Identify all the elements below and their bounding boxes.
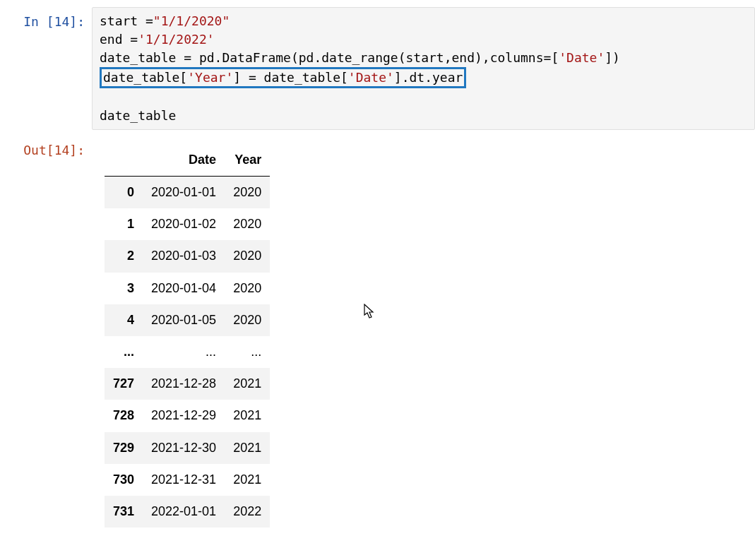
- table-row: 42020-01-052020: [105, 304, 270, 336]
- table-row: 7312022-01-012022: [105, 496, 270, 528]
- table-row: 7292021-12-302021: [105, 432, 270, 464]
- output-prompt: Out[14]:: [0, 136, 92, 159]
- output-cell: Out[14]: Date Year 02020-01-012020 12020…: [0, 136, 755, 528]
- table-row: 7302021-12-312021: [105, 464, 270, 496]
- highlighted-code-line: date_table['Year'] = date_table['Date'].…: [100, 67, 466, 88]
- input-cell: In [14]: start ="1/1/2020" end ='1/1/202…: [0, 7, 755, 130]
- table-row: 12020-01-022020: [105, 208, 270, 240]
- table-header: Date Year: [105, 144, 270, 177]
- code-line-2: end ='1/1/2022': [100, 32, 215, 47]
- col-index: [105, 144, 143, 177]
- input-prompt: In [14]:: [0, 7, 92, 30]
- dataframe-table: Date Year 02020-01-012020 12020-01-02202…: [105, 144, 270, 528]
- col-year: Year: [225, 144, 270, 177]
- code-input[interactable]: start ="1/1/2020" end ='1/1/2022' date_t…: [92, 7, 755, 130]
- col-date: Date: [143, 144, 225, 177]
- table-row: 22020-01-032020: [105, 240, 270, 272]
- output-area: Date Year 02020-01-012020 12020-01-02202…: [92, 136, 755, 528]
- code-line-1: start ="1/1/2020": [100, 13, 230, 28]
- code-line-3: date_table = pd.DataFrame(pd.date_range(…: [100, 50, 620, 65]
- code-line-5: date_table: [100, 108, 176, 123]
- table-row: .........: [105, 336, 270, 368]
- table-row: 32020-01-042020: [105, 273, 270, 304]
- table-row: 7272021-12-282021: [105, 368, 270, 400]
- table-row: 7282021-12-292021: [105, 400, 270, 431]
- table-row: 02020-01-012020: [105, 177, 270, 209]
